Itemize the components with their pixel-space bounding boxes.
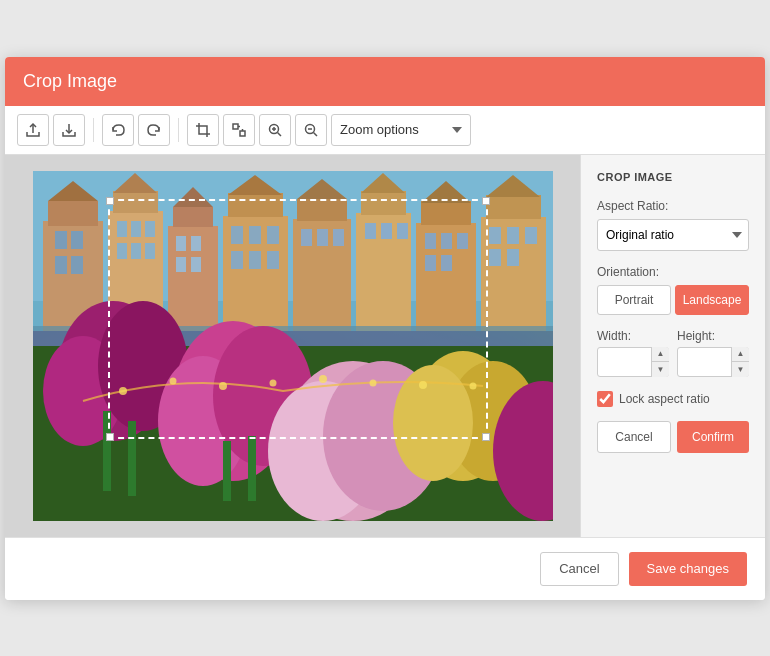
zoom-in-button[interactable] <box>259 114 291 146</box>
upload-icon <box>25 122 41 138</box>
title-bar: Crop Image <box>5 57 765 106</box>
portrait-button[interactable]: Portrait <box>597 285 671 315</box>
zoom-in-icon <box>267 122 283 138</box>
content-area: CROP IMAGE Aspect Ratio: Original ratio … <box>5 155 765 537</box>
svg-rect-70 <box>489 227 501 244</box>
crop-button[interactable] <box>187 114 219 146</box>
zoom-fit-icon <box>231 122 247 138</box>
height-field: Height: ▲ ▼ <box>677 329 749 377</box>
undo-icon <box>110 122 126 138</box>
height-decrement[interactable]: ▼ <box>732 362 749 377</box>
svg-rect-71 <box>507 227 519 244</box>
svg-rect-20 <box>55 256 67 274</box>
redo-icon <box>146 122 162 138</box>
main-window: Crop Image <box>5 57 765 600</box>
orientation-group: Orientation: Portrait Landscape <box>597 265 749 315</box>
width-decrement[interactable]: ▼ <box>652 362 669 377</box>
svg-rect-19 <box>71 231 83 249</box>
confirm-button[interactable]: Confirm <box>677 421 749 453</box>
crop-handle-bl[interactable] <box>106 433 114 441</box>
toolbar-separator-2 <box>178 118 179 142</box>
dimensions-group: Width: ▲ ▼ Height: <box>597 329 749 377</box>
width-input-wrap: ▲ ▼ <box>597 347 669 377</box>
width-spinner: ▲ ▼ <box>651 347 669 377</box>
side-panel: CROP IMAGE Aspect Ratio: Original ratio … <box>580 155 765 537</box>
lock-aspect-label[interactable]: Lock aspect ratio <box>619 392 710 406</box>
svg-rect-16 <box>48 201 98 226</box>
landscape-button[interactable]: Landscape <box>675 285 749 315</box>
redo-button[interactable] <box>138 114 170 146</box>
side-cancel-button[interactable]: Cancel <box>597 421 671 453</box>
svg-rect-18 <box>55 231 67 249</box>
width-increment[interactable]: ▲ <box>652 347 669 363</box>
width-label: Width: <box>597 329 669 343</box>
zoom-out-icon <box>303 122 319 138</box>
svg-rect-94 <box>248 436 256 501</box>
height-increment[interactable]: ▲ <box>732 347 749 363</box>
lock-aspect-checkbox[interactable] <box>597 391 613 407</box>
height-spinner: ▲ ▼ <box>731 347 749 377</box>
svg-line-7 <box>278 132 282 136</box>
width-field: Width: ▲ ▼ <box>597 329 669 377</box>
height-label: Height: <box>677 329 749 343</box>
image-container <box>33 171 553 521</box>
lock-row: Lock aspect ratio <box>597 391 749 407</box>
svg-rect-72 <box>525 227 537 244</box>
footer: Cancel Save changes <box>5 537 765 600</box>
toolbar-separator-1 <box>93 118 94 142</box>
aspect-ratio-group: Aspect Ratio: Original ratio 1:1 4:3 16:… <box>597 199 749 251</box>
orientation-buttons: Portrait Landscape <box>597 285 749 315</box>
svg-line-11 <box>314 132 318 136</box>
crop-overlay[interactable] <box>108 199 488 439</box>
svg-rect-21 <box>71 256 83 274</box>
dimension-row: Width: ▲ ▼ Height: <box>597 329 749 377</box>
footer-cancel-button[interactable]: Cancel <box>540 552 618 586</box>
zoom-out-button[interactable] <box>295 114 327 146</box>
side-panel-title: CROP IMAGE <box>597 171 749 183</box>
svg-rect-3 <box>240 131 245 136</box>
download-button[interactable] <box>53 114 85 146</box>
crop-handle-tl[interactable] <box>106 197 114 205</box>
toolbar: Zoom options Fit to screen 100% 75% 50% … <box>5 106 765 155</box>
svg-rect-93 <box>223 441 231 501</box>
crop-handle-tr[interactable] <box>482 197 490 205</box>
window-title: Crop Image <box>23 71 117 91</box>
orientation-label: Orientation: <box>597 265 749 279</box>
side-panel-actions: Cancel Confirm <box>597 421 749 453</box>
aspect-ratio-select[interactable]: Original ratio 1:1 4:3 16:9 3:2 <box>597 219 749 251</box>
undo-button[interactable] <box>102 114 134 146</box>
crop-handle-br[interactable] <box>482 433 490 441</box>
download-icon <box>61 122 77 138</box>
svg-rect-74 <box>507 249 519 266</box>
aspect-ratio-label: Aspect Ratio: <box>597 199 749 213</box>
save-changes-button[interactable]: Save changes <box>629 552 747 586</box>
svg-rect-68 <box>486 195 541 219</box>
crop-icon <box>195 122 211 138</box>
svg-rect-73 <box>489 249 501 266</box>
image-panel <box>5 155 580 537</box>
upload-button[interactable] <box>17 114 49 146</box>
zoom-fit-button[interactable] <box>223 114 255 146</box>
svg-rect-2 <box>233 124 238 129</box>
zoom-options-select[interactable]: Zoom options Fit to screen 100% 75% 50% … <box>331 114 471 146</box>
height-input-wrap: ▲ ▼ <box>677 347 749 377</box>
